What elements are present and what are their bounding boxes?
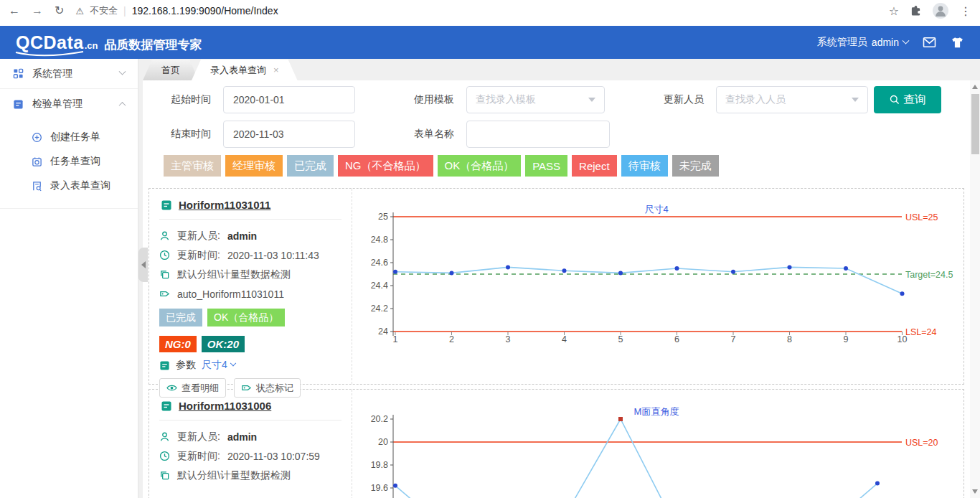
clock-icon [159, 250, 170, 260]
svg-text:1: 1 [393, 334, 398, 344]
browser-reload-icon[interactable]: ↻ [55, 5, 64, 17]
updater-select[interactable]: 查找录入人员 [716, 86, 868, 113]
search-button[interactable]: 查询 [874, 86, 941, 113]
time-value: 2020-11-03 10:11:43 [227, 250, 319, 261]
copy-icon [159, 470, 170, 481]
app-header: QCData .cn 品质数据管理专家 系统管理员 admin [0, 26, 980, 59]
svg-text:5: 5 [618, 334, 623, 344]
ng-count-badge: NG:0 [159, 336, 197, 352]
legend-badge-completed[interactable]: 已完成 [287, 155, 334, 177]
time-label: 更新时间: [177, 450, 220, 463]
sidebar-item-form-query[interactable]: 录入表单查询 [0, 174, 138, 198]
tag-value: auto_Horiform11031011 [177, 288, 284, 300]
tab-home[interactable]: 首页 [143, 60, 199, 80]
legend-badge-supervisor[interactable]: 主管审核 [164, 155, 221, 177]
legend-badge-ng[interactable]: NG（不合格品） [338, 155, 433, 177]
updater-label: 更新人员: [177, 431, 220, 443]
legend-badge-unfinished[interactable]: 未完成 [672, 155, 719, 177]
start-date-input[interactable] [223, 86, 355, 113]
tab-label: 录入表单查询 [210, 64, 266, 77]
browser-forward-icon[interactable]: → [32, 5, 43, 17]
grid-icon [13, 68, 24, 79]
task-search-icon [32, 156, 42, 167]
brand-name: QCData [16, 32, 84, 53]
extensions-puzzle-icon[interactable] [910, 6, 921, 17]
template-placeholder: 查找录入模板 [476, 93, 536, 106]
content-scrollbar[interactable] [970, 80, 980, 498]
user-menu[interactable]: 系统管理员 admin [817, 36, 908, 49]
status-legend: 主管审核 经理审核 已完成 NG（不合格品） OK（合格品） PASS Reje… [164, 155, 970, 177]
url-text[interactable]: 192.168.1.199:9090/Home/Index [132, 5, 278, 17]
sidebar-item-label: 任务单查询 [50, 155, 100, 168]
tag-icon [159, 288, 170, 299]
person-icon [159, 230, 170, 241]
tab-close-icon[interactable]: × [273, 65, 279, 75]
svg-text:尺寸4: 尺寸4 [644, 204, 668, 215]
sidebar-collapse-handle[interactable] [138, 248, 148, 282]
bookmark-star-icon[interactable]: ☆ [889, 4, 899, 18]
card-details: 更新人员: admin 更新时间: 2020-11-03 10:11:43 [159, 226, 341, 304]
app-body: 系统管理 检验单管理 创建任务单 [0, 59, 980, 498]
form-title-link[interactable]: Horiform11031006 [179, 400, 271, 412]
card-title-row: Horiform11031006 [159, 398, 341, 421]
legend-badge-manager[interactable]: 经理审核 [225, 155, 283, 177]
legend-badge-ok[interactable]: OK（合格品） [438, 155, 522, 177]
tab-form-query[interactable]: 录入表单查询 × [192, 60, 298, 80]
template-select[interactable]: 查找录入模板 [466, 86, 605, 113]
sidebar-item-task-query[interactable]: 任务单查询 [0, 149, 138, 174]
filter-section: 起始时间 使用模板 查找录入模板 更新人员 查找录入人员 [143, 80, 970, 177]
card-count-badges: NG:0 OK:20 [159, 332, 341, 352]
legend-badge-reject[interactable]: Reject [572, 155, 617, 177]
chevron-up-icon [119, 101, 126, 108]
sidebar-group-inspection[interactable]: 检验单管理 [0, 89, 138, 119]
collapse-left-icon [141, 261, 146, 268]
clock-icon [159, 451, 170, 461]
browser-menu-icon[interactable]: ⋮ [960, 4, 971, 18]
scroll-up-icon[interactable] [972, 85, 978, 89]
updater-label: 更新人员 [636, 93, 716, 106]
svg-text:9: 9 [844, 334, 849, 344]
group-line: 默认分组\计量型数据检测 [159, 466, 341, 485]
param-value: 尺寸4 [202, 359, 227, 372]
copy-icon [159, 269, 170, 280]
svg-text:25: 25 [378, 212, 388, 222]
form-search-icon [32, 181, 42, 192]
group-value: 默认分组\计量型数据检测 [177, 469, 291, 482]
end-date-input[interactable] [223, 121, 355, 148]
theme-shirt-icon[interactable] [951, 37, 964, 49]
time-line: 更新时间: 2020-11-03 10:07:59 [159, 446, 341, 466]
header-right: 系统管理员 admin [817, 36, 964, 49]
form-name-input[interactable] [466, 121, 610, 148]
scrollbar-thumb[interactable] [971, 94, 979, 154]
spc-chart-size4: USL=25Target=24.5LSL=242524.824.624.424.… [352, 194, 963, 347]
svg-text:USL=20: USL=20 [905, 438, 938, 448]
logo-swoosh [14, 51, 86, 57]
param-label: 参数 [176, 359, 196, 372]
form-name-label: 表单名称 [386, 128, 466, 141]
sidebar-group-system[interactable]: 系统管理 [0, 59, 138, 89]
scroll-down-icon[interactable] [972, 489, 978, 494]
sidebar-item-label: 创建任务单 [50, 131, 100, 144]
svg-text:7: 7 [731, 334, 736, 344]
sidebar-group-label: 系统管理 [32, 67, 72, 80]
sidebar-item-create-task[interactable]: 创建任务单 [0, 125, 138, 149]
form-doc-icon [161, 400, 172, 412]
browser-back-icon[interactable]: ← [9, 5, 20, 17]
not-secure-label: 不安全 [90, 4, 118, 17]
card-status-badges: 已完成 OK（合格品） [159, 309, 341, 326]
mail-icon[interactable] [923, 37, 936, 48]
legend-badge-pass[interactable]: PASS [525, 155, 567, 177]
legend-badge-pending[interactable]: 待审核 [621, 155, 668, 177]
address-bar[interactable]: ⚠ 不安全 | 192.168.1.199:9090/Home/Index [75, 4, 278, 17]
result-card-2: Horiform11031006 更新人员: admin [149, 389, 964, 498]
select-caret-icon [852, 98, 859, 102]
form-title-link[interactable]: Horiform11031011 [179, 199, 270, 211]
browser-profile-avatar[interactable] [933, 3, 948, 19]
updater-label: 更新人员: [177, 230, 220, 243]
tab-label: 首页 [161, 64, 180, 77]
param-select-link[interactable]: 尺寸4 [202, 359, 235, 372]
result-card-1: Horiform11031011 更新人员: admin [149, 188, 964, 385]
time-value: 2020-11-03 10:07:59 [227, 451, 320, 462]
tag-line: auto_Horiform11031011 [159, 284, 341, 304]
browser-actions: ☆ ⋮ [889, 3, 971, 19]
